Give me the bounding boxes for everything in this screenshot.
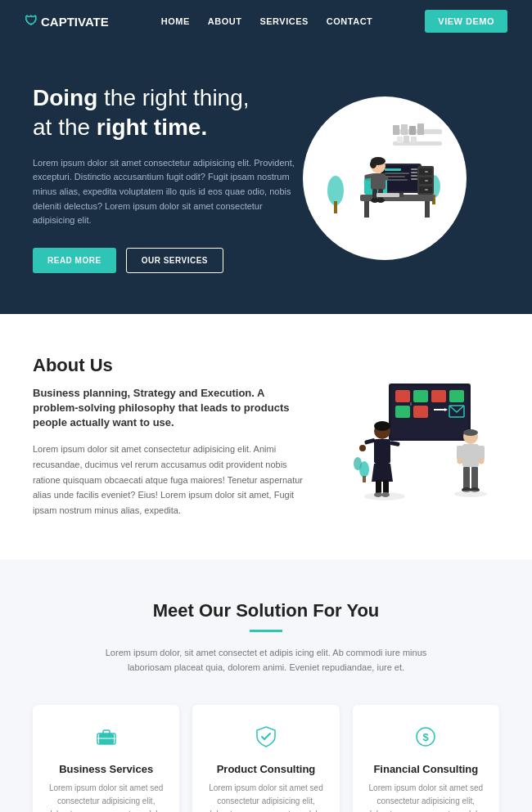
hero-section: Doing the right thing, at the right time… <box>0 43 532 314</box>
svg-point-62 <box>354 457 362 470</box>
navbar: 🛡 CAPTIVATE HOME ABOUT SERVICES CONTACT … <box>0 0 532 43</box>
hero-buttons: READ MORE OUR SERVICES <box>33 248 295 273</box>
brand-logo: 🛡 CAPTIVATE <box>25 14 109 29</box>
card-financial-consulting: $ Financial Consulting Lorem ipsum dolor… <box>353 705 499 812</box>
svg-rect-8 <box>411 137 417 143</box>
svg-rect-3 <box>409 126 416 135</box>
svg-rect-47 <box>425 189 428 191</box>
svg-rect-61 <box>363 476 366 482</box>
solutions-title: Meet Our Solution For You <box>33 600 499 621</box>
cards-grid: Business Services Lorem ipsum dolor sit … <box>33 705 499 812</box>
svg-rect-14 <box>364 201 369 218</box>
hero-title-bold2: right time. <box>97 114 207 140</box>
svg-rect-50 <box>395 390 410 402</box>
svg-rect-18 <box>385 168 401 171</box>
read-more-button[interactable]: READ MORE <box>33 248 116 273</box>
card-product-consulting-title: Product Consulting <box>205 763 326 775</box>
hero-circle <box>303 96 467 260</box>
shield-icon: 🛡 <box>25 14 38 29</box>
svg-rect-51 <box>413 390 428 402</box>
svg-point-80 <box>479 458 485 464</box>
svg-point-32 <box>370 160 376 168</box>
hero-title: Doing the right thing, at the right time… <box>33 83 295 143</box>
solutions-description: Lorem ipsum dolor, sit amet consectet et… <box>94 645 438 675</box>
svg-rect-76 <box>462 444 479 467</box>
svg-point-64 <box>374 421 390 431</box>
about-description: Lorem ipsum dolor sit amet consectetur a… <box>33 442 311 518</box>
svg-rect-65 <box>374 439 390 464</box>
hero-title-part3: at the <box>33 114 97 140</box>
about-subtitle: Business planning, Strategy and Executio… <box>33 386 311 431</box>
nav-contact[interactable]: CONTACT <box>327 16 372 26</box>
nav-about[interactable]: ABOUT <box>208 16 242 26</box>
svg-rect-4 <box>417 123 424 135</box>
svg-rect-25 <box>411 178 417 180</box>
card-financial-consulting-desc: Lorem ipsum dolor sit amet sed consectet… <box>366 782 486 812</box>
hero-title-part2: the right thing, <box>97 85 249 110</box>
about-text: About Us Business planning, Strategy and… <box>33 355 311 518</box>
card-business-services-desc: Lorem ipsum dolor sit amet sed consectet… <box>46 782 166 812</box>
nav-links: HOME ABOUT SERVICES CONTACT <box>161 16 373 26</box>
svg-rect-15 <box>425 201 430 218</box>
card-business-services-title: Business Services <box>46 763 166 775</box>
svg-rect-77 <box>457 446 463 460</box>
card-product-consulting: Product Consulting Lorem ipsum dolor sit… <box>192 705 339 812</box>
svg-rect-55 <box>413 406 428 418</box>
svg-rect-82 <box>471 467 478 490</box>
svg-rect-78 <box>478 446 485 460</box>
about-illustration <box>336 367 499 506</box>
svg-rect-53 <box>449 390 464 402</box>
svg-text:$: $ <box>423 731 430 743</box>
hero-illustration <box>295 96 475 260</box>
about-section: About Us Business planning, Strategy and… <box>0 314 532 559</box>
svg-point-69 <box>359 445 366 451</box>
svg-point-79 <box>458 458 463 464</box>
svg-rect-6 <box>397 137 403 143</box>
desk-scene-svg <box>319 113 450 244</box>
svg-rect-1 <box>393 125 399 135</box>
svg-point-85 <box>364 492 405 500</box>
hero-description: Lorem ipsum dolor sit amet consectetur a… <box>33 156 295 228</box>
svg-rect-23 <box>411 172 417 173</box>
about-title: About Us <box>33 355 311 376</box>
nav-home[interactable]: HOME <box>161 16 190 26</box>
svg-point-9 <box>327 176 344 205</box>
svg-rect-7 <box>404 136 409 143</box>
solutions-section: Meet Our Solution For You Lorem ipsum do… <box>0 559 532 812</box>
svg-rect-2 <box>401 124 408 135</box>
svg-point-86 <box>454 491 487 497</box>
svg-rect-40 <box>376 193 399 197</box>
card-financial-consulting-title: Financial Consulting <box>366 763 486 775</box>
svg-rect-46 <box>425 180 428 182</box>
svg-rect-22 <box>411 168 417 170</box>
briefcase-icon <box>46 725 166 755</box>
card-product-consulting-desc: Lorem ipsum dolor sit amet sed consectet… <box>205 782 326 812</box>
dollar-icon: $ <box>366 725 486 755</box>
shield-icon <box>205 725 326 755</box>
svg-rect-67 <box>364 437 376 444</box>
our-services-button[interactable]: OUR SERVICES <box>126 248 223 273</box>
svg-rect-10 <box>334 201 337 213</box>
svg-rect-81 <box>463 467 470 490</box>
svg-rect-45 <box>425 171 428 173</box>
svg-rect-19 <box>385 173 409 174</box>
svg-rect-21 <box>385 179 408 181</box>
svg-point-39 <box>376 198 385 203</box>
meeting-scene-svg <box>340 367 495 506</box>
card-business-services: Business Services Lorem ipsum dolor sit … <box>33 705 179 812</box>
svg-marker-66 <box>372 464 393 482</box>
svg-rect-52 <box>431 390 446 402</box>
solutions-underline <box>250 630 282 632</box>
nav-services[interactable]: SERVICES <box>259 16 308 26</box>
svg-rect-68 <box>390 441 400 446</box>
svg-rect-24 <box>411 175 417 177</box>
svg-rect-54 <box>395 406 410 418</box>
svg-point-75 <box>463 429 478 436</box>
hero-title-doing: Doing <box>33 85 97 110</box>
brand-name: CAPTIVATE <box>41 15 109 29</box>
view-demo-button[interactable]: VIEW DEMO <box>425 10 507 33</box>
hero-text: Doing the right thing, at the right time… <box>33 83 295 273</box>
svg-rect-27 <box>393 197 409 200</box>
